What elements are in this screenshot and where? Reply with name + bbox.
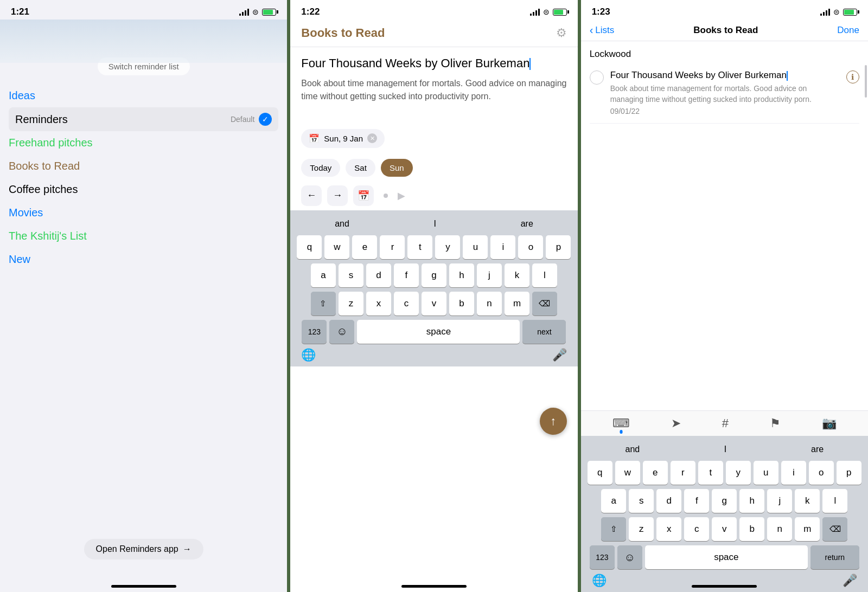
date-chip-close-button[interactable]: ✕ [367,133,377,143]
key-l-3[interactable]: l [822,489,847,513]
key-y-3[interactable]: y [726,461,751,485]
open-reminders-button[interactable]: Open Reminders app → [84,539,203,559]
key-o-3[interactable]: o [809,461,834,485]
key-e-2[interactable]: e [352,235,377,259]
suggestion-and-3[interactable]: and [621,442,644,456]
edit-reminder-title[interactable]: Four Thousand Weeks by Oliver Burkeman [301,56,566,72]
key-c-3[interactable]: c [684,517,709,541]
list-item-freehand[interactable]: Freehand pitches [9,131,278,155]
calendar-button[interactable]: 📅 [353,185,374,206]
key-j-3[interactable]: j [767,489,792,513]
suggestion-i-3[interactable]: I [720,442,731,456]
sat-button[interactable]: Sat [346,159,375,177]
key-i-2[interactable]: i [490,235,515,259]
key-k-3[interactable]: k [795,489,820,513]
key-w-2[interactable]: w [324,235,349,259]
list-item-reminders[interactable]: Reminders Default ✓ [9,107,278,131]
prev-arrow-button[interactable]: ← [301,185,322,206]
mic-icon-3[interactable]: 🎤 [843,574,857,588]
shift-key-2[interactable]: ⇧ [311,292,336,316]
key-a-2[interactable]: a [311,263,336,287]
key-m-2[interactable]: m [505,292,529,316]
back-button[interactable]: ‹ Lists [590,24,615,36]
key-u-2[interactable]: u [463,235,488,259]
send-button[interactable]: ↑ [540,408,567,435]
key-s-3[interactable]: s [629,489,654,513]
globe-icon-3[interactable]: 🌐 [592,574,607,588]
list-item-movies[interactable]: Movies [9,201,278,224]
emoji-key-3[interactable]: ☺ [617,545,642,569]
key-l-2[interactable]: l [532,263,557,287]
next-key-2[interactable]: next [522,320,566,344]
list-item-new[interactable]: New [9,248,278,271]
info-button-four-thousand[interactable]: ℹ [846,70,859,83]
key-d-2[interactable]: d [366,263,391,287]
key-t-2[interactable]: t [407,235,432,259]
key-x-3[interactable]: x [656,517,681,541]
list-item-coffee[interactable]: Coffee pitches [9,178,278,201]
key-k-2[interactable]: k [505,263,529,287]
key-c-2[interactable]: c [394,292,419,316]
gear-icon[interactable]: ⚙ [556,26,567,40]
key-h-3[interactable]: h [739,489,764,513]
key-g-2[interactable]: g [422,263,446,287]
key-s-2[interactable]: s [339,263,363,287]
emoji-key-2[interactable]: ☺ [329,320,354,344]
delete-key-3[interactable]: ⌫ [822,517,847,541]
suggestion-are-3[interactable]: are [807,442,828,456]
key-e-3[interactable]: e [643,461,668,485]
key-p-2[interactable]: p [546,235,571,259]
number-key-2[interactable]: 123 [302,320,327,344]
suggestion-are-2[interactable]: are [516,217,538,231]
key-q-2[interactable]: q [297,235,322,259]
key-z-3[interactable]: z [629,517,654,541]
key-y-2[interactable]: y [435,235,460,259]
shift-key-3[interactable]: ⇧ [601,517,626,541]
globe-icon-2[interactable]: 🌐 [301,348,316,362]
space-key-2[interactable]: space [357,320,520,344]
key-n-3[interactable]: n [767,517,792,541]
key-z-2[interactable]: z [339,292,363,316]
key-b-3[interactable]: b [739,517,764,541]
key-t-3[interactable]: t [698,461,723,485]
key-r-3[interactable]: r [671,461,695,485]
key-f-3[interactable]: f [684,489,709,513]
suggestion-i-2[interactable]: I [430,217,441,231]
key-a-3[interactable]: a [601,489,626,513]
key-m-3[interactable]: m [795,517,820,541]
key-g-3[interactable]: g [712,489,737,513]
key-i-3[interactable]: i [781,461,806,485]
key-d-3[interactable]: d [656,489,681,513]
key-p-3[interactable]: p [837,461,861,485]
flag-toolbar-icon[interactable]: ⚑ [770,416,781,430]
date-chip[interactable]: 📅 Sun, 9 Jan ✕ [301,129,385,148]
key-b-2[interactable]: b [449,292,474,316]
mic-icon-2[interactable]: 🎤 [552,348,567,362]
key-w-3[interactable]: w [615,461,640,485]
camera-toolbar-icon[interactable]: 📷 [822,416,837,430]
done-button[interactable]: Done [837,25,859,36]
key-x-2[interactable]: x [366,292,391,316]
sun-button[interactable]: Sun [381,159,413,177]
next-arrow-button[interactable]: → [327,185,348,206]
space-key-3[interactable]: space [645,545,808,569]
list-item-books[interactable]: Books to Read [9,155,278,178]
key-j-2[interactable]: j [477,263,502,287]
key-n-2[interactable]: n [477,292,502,316]
keyboard-toolbar-icon[interactable]: ⌨ [612,416,630,430]
list-item-ideas[interactable]: Ideas [9,84,278,107]
tag-toolbar-icon[interactable]: # [722,416,729,430]
delete-key-2[interactable]: ⌫ [532,292,557,316]
key-v-2[interactable]: v [422,292,446,316]
key-u-3[interactable]: u [754,461,778,485]
key-r-2[interactable]: r [380,235,405,259]
suggestion-and-2[interactable]: and [330,217,354,231]
number-key-3[interactable]: 123 [590,545,615,569]
edit-reminder-notes[interactable]: Book about time management for mortals. … [301,77,566,103]
key-f-2[interactable]: f [394,263,419,287]
key-q-3[interactable]: q [588,461,612,485]
key-v-3[interactable]: v [712,517,737,541]
checkbox-four-thousand[interactable] [590,70,604,85]
list-item-kshitij[interactable]: The Kshitij's List [9,224,278,248]
key-o-2[interactable]: o [518,235,543,259]
